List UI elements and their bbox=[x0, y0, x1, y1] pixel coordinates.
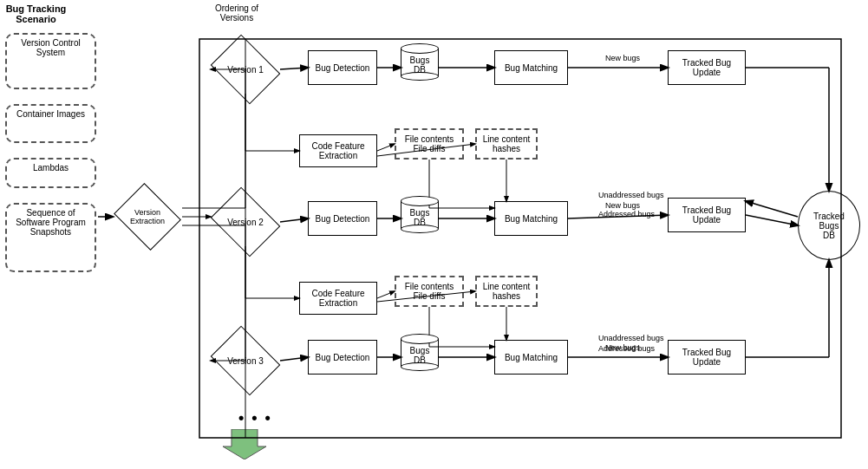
code-feature-2: Code FeatureExtraction bbox=[299, 282, 377, 315]
addressed-label-1: Addressed bugs bbox=[598, 210, 655, 218]
code-feature-1: Code FeatureExtraction bbox=[299, 134, 377, 167]
line-hashes-1: Line contenthashes bbox=[475, 128, 538, 160]
svg-line-25 bbox=[377, 144, 395, 151]
ordering-label: Ordering ofVersions bbox=[215, 3, 258, 23]
line-hashes-2: Line contenthashes bbox=[475, 276, 538, 307]
tracked-bugs-db: TrackedBugsDB bbox=[798, 191, 860, 260]
new-bugs-label-2: New bugs bbox=[605, 201, 640, 210]
version-extraction-label: VersionExtraction bbox=[113, 191, 182, 243]
down-arrow bbox=[223, 429, 266, 461]
diagram-title: Bug TrackingScenario bbox=[3, 3, 69, 24]
unaddressed-label-2: Unaddressed bugs bbox=[598, 334, 664, 342]
version1-label: Version 1 bbox=[211, 45, 280, 94]
version2-label: Version 2 bbox=[211, 198, 280, 246]
new-bugs-label-1: New bugs bbox=[605, 54, 640, 62]
svg-rect-41 bbox=[199, 39, 841, 438]
tracked-bug-update-1: Tracked BugUpdate bbox=[668, 50, 746, 85]
file-diffs-2: File contentsFile diffs bbox=[395, 276, 464, 307]
version3-wrap: Version 3 bbox=[211, 336, 280, 385]
file-diffs-1: File contentsFile diffs bbox=[395, 128, 464, 160]
bug-matching-3: Bug Matching bbox=[494, 340, 568, 375]
unaddressed-label-1: Unaddressed bugs bbox=[598, 191, 664, 199]
diagram-container: Bug TrackingScenario Ordering ofVersions… bbox=[0, 0, 868, 469]
bug-matching-1: Bug Matching bbox=[494, 50, 568, 85]
sidebar-container-images: Container Images bbox=[5, 104, 96, 143]
tracked-bug-update-2: Tracked BugUpdate bbox=[668, 198, 746, 232]
bugs-db-1: BugsDB bbox=[401, 43, 439, 81]
ellipsis-dots: • • • bbox=[238, 409, 272, 427]
svg-line-36 bbox=[377, 291, 395, 298]
version1-wrap: Version 1 bbox=[211, 45, 280, 94]
version2-wrap: Version 2 bbox=[211, 198, 280, 246]
bug-detection-1: Bug Detection bbox=[308, 50, 377, 85]
version-extraction-wrap: VersionExtraction bbox=[113, 191, 182, 243]
svg-line-9 bbox=[280, 68, 308, 69]
bug-matching-2: Bug Matching bbox=[494, 201, 568, 236]
tracked-bug-update-3: Tracked BugUpdate bbox=[668, 340, 746, 375]
sidebar-version-control: Version Control System bbox=[5, 33, 96, 89]
svg-line-15 bbox=[280, 218, 308, 222]
sidebar-snapshots: Sequence of Software Program Snapshots bbox=[5, 203, 96, 272]
svg-line-30 bbox=[280, 357, 308, 361]
sidebar-lambdas: Lambdas bbox=[5, 158, 96, 188]
bugs-db-3: BugsDB bbox=[401, 334, 439, 371]
bug-detection-3: Bug Detection bbox=[308, 340, 377, 375]
svg-line-19 bbox=[746, 215, 798, 225]
new-bugs-label-3: New bugs bbox=[605, 343, 640, 352]
svg-marker-0 bbox=[223, 429, 266, 459]
bug-detection-2: Bug Detection bbox=[308, 201, 377, 236]
svg-line-20 bbox=[746, 201, 798, 217]
bugs-db-2: BugsDB bbox=[401, 196, 439, 233]
version3-label: Version 3 bbox=[211, 336, 280, 385]
